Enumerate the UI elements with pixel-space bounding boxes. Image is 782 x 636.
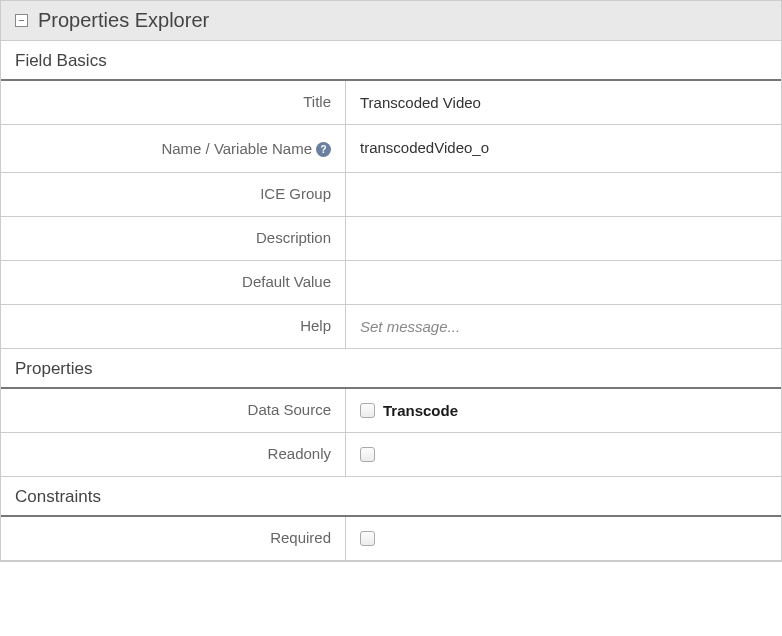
row-required: Required [1,517,781,561]
section-header-field-basics: Field Basics [1,41,781,81]
label-name-text: Name / Variable Name [161,140,312,157]
checkbox-readonly[interactable] [360,447,375,462]
row-help: Help Set message... [1,305,781,349]
label-description: Description [1,217,346,260]
value-help-placeholder: Set message... [360,318,460,335]
label-default-value-text: Default Value [242,273,331,290]
label-readonly: Readonly [1,433,346,476]
value-readonly [346,433,781,476]
value-name[interactable]: transcodedVideo_o [346,125,781,172]
label-ice-group: ICE Group [1,173,346,216]
row-description: Description [1,217,781,261]
section-header-constraints: Constraints [1,477,781,517]
label-description-text: Description [256,229,331,246]
label-data-source: Data Source [1,389,346,432]
value-name-text: transcodedVideo_o [360,139,489,156]
properties-explorer-panel: − Properties Explorer Field Basics Title… [0,0,782,562]
value-data-source: Transcode [346,389,781,432]
value-title[interactable]: Transcoded Video [346,81,781,124]
panel-header: − Properties Explorer [1,1,781,41]
label-default-value: Default Value [1,261,346,304]
data-source-option-label[interactable]: Transcode [383,402,458,419]
value-help[interactable]: Set message... [346,305,781,348]
checkbox-data-source[interactable] [360,403,375,418]
row-readonly: Readonly [1,433,781,477]
row-name: Name / Variable Name ? transcodedVideo_o [1,125,781,173]
label-ice-group-text: ICE Group [260,185,331,202]
label-data-source-text: Data Source [248,401,331,418]
label-readonly-text: Readonly [268,445,331,462]
row-default-value: Default Value [1,261,781,305]
label-title-text: Title [303,93,331,110]
label-help-text: Help [300,317,331,334]
label-required: Required [1,517,346,560]
help-icon[interactable]: ? [316,142,331,157]
row-ice-group: ICE Group [1,173,781,217]
section-header-properties: Properties [1,349,781,389]
value-title-text: Transcoded Video [360,94,481,111]
checkbox-required[interactable] [360,531,375,546]
row-data-source: Data Source Transcode [1,389,781,433]
panel-title: Properties Explorer [38,9,209,32]
value-default-value[interactable] [346,261,781,304]
value-description[interactable] [346,217,781,260]
label-required-text: Required [270,529,331,546]
label-title: Title [1,81,346,124]
collapse-icon[interactable]: − [15,14,28,27]
value-ice-group[interactable] [346,173,781,216]
label-name: Name / Variable Name ? [1,125,346,172]
label-help: Help [1,305,346,348]
row-title: Title Transcoded Video [1,81,781,125]
value-required [346,517,781,560]
